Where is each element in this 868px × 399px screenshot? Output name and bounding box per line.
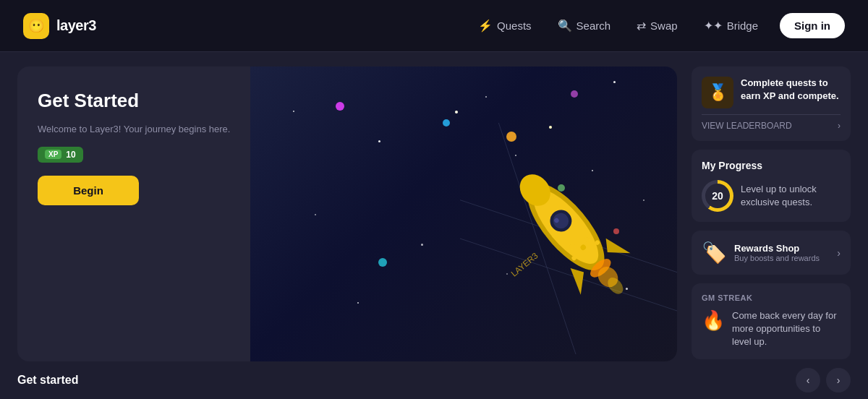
gm-inner: 🔥 Come back every day for more opportuni… (702, 309, 841, 349)
leaderboard-link[interactable]: VIEW LEADERBOARD › (702, 121, 841, 131)
level-value: 20 (705, 184, 730, 208)
rewards-chevron-icon: › (837, 247, 841, 259)
bridge-label: Bridge (727, 20, 758, 32)
logo-text: layer3 (56, 17, 96, 34)
quests-card-icon: 🏅 (702, 77, 733, 108)
nav-arrows: ‹ › (796, 368, 851, 392)
sign-in-button[interactable]: Sign in (780, 13, 845, 38)
hero-card: Get Started Welcome to Layer3! Your jour… (17, 66, 677, 361)
progress-card: My Progress 20 Level up to unlock exclus… (692, 150, 851, 222)
search-icon: 🔍 (558, 19, 572, 33)
prev-arrow-button[interactable]: ‹ (796, 368, 820, 392)
quests-card-divider (702, 114, 841, 115)
chevron-right-icon: › (838, 121, 841, 131)
starfield: LAYER3 (250, 66, 677, 361)
gm-icon: 🔥 (702, 309, 725, 332)
xp-label: XP (45, 150, 61, 159)
rewards-icon: 🏷️ (702, 241, 727, 265)
progress-title: My Progress (702, 160, 841, 171)
main-content: Get Started Welcome to Layer3! Your jour… (0, 52, 868, 361)
quests-icon: ⚡ (478, 19, 493, 33)
next-arrow-button[interactable]: › (826, 368, 851, 392)
rewards-left: 🏷️ Rewards Shop Buy boosts and rewards (702, 241, 820, 265)
xp-badge: XP 10 (38, 147, 83, 163)
rocket-svg: LAYER3 (460, 123, 677, 354)
nav-item-quests[interactable]: ⚡ Quests (468, 13, 542, 38)
gm-label: GM Streak (702, 293, 841, 302)
bottom-bar: Get started ‹ › (0, 361, 868, 399)
begin-button[interactable]: Begin (38, 176, 139, 205)
right-sidebar: 🏅 Complete quests to earn XP and compete… (692, 66, 851, 361)
quests-card-text: Complete quests to earn XP and compete. (741, 77, 841, 103)
bottom-label: Get started (17, 374, 78, 387)
header: 😶 layer3 ⚡ Quests 🔍 Search ⇄ Swap ✦✦ Bri… (0, 0, 868, 52)
rewards-text: Rewards Shop Buy boosts and rewards (734, 243, 820, 262)
svg-text:LAYER3: LAYER3 (509, 251, 540, 278)
rewards-card[interactable]: 🏷️ Rewards Shop Buy boosts and rewards › (692, 231, 851, 275)
swap-icon: ⇄ (637, 19, 646, 33)
nav-item-search[interactable]: 🔍 Search (548, 13, 621, 38)
hero-description: Welcome to Layer3! Your journey begins h… (38, 122, 230, 137)
bridge-icon: ✦✦ (704, 19, 723, 33)
search-label: Search (576, 20, 611, 32)
logo-icon: 😶 (23, 13, 49, 39)
hero-text-side: Get Started Welcome to Layer3! Your jour… (17, 66, 250, 361)
nav-area: ⚡ Quests 🔍 Search ⇄ Swap ✦✦ Bridge Sign … (468, 13, 845, 38)
hero-image: LAYER3 (250, 66, 677, 361)
level-circle: 20 (702, 180, 733, 212)
nav-item-bridge[interactable]: ✦✦ Bridge (694, 13, 768, 38)
swap-label: Swap (650, 20, 678, 32)
logo-area[interactable]: 😶 layer3 (23, 13, 96, 39)
nav-item-swap[interactable]: ⇄ Swap (626, 13, 688, 38)
quests-card[interactable]: 🏅 Complete quests to earn XP and compete… (692, 66, 851, 141)
hero-title: Get Started (38, 90, 230, 112)
quests-label: Quests (497, 20, 532, 32)
gm-card: GM Streak 🔥 Come back every day for more… (692, 283, 851, 359)
progress-description: Level up to unlock exclusive quests. (741, 183, 841, 209)
progress-inner: 20 Level up to unlock exclusive quests. (702, 180, 841, 212)
gm-description: Come back every day for more opportuniti… (732, 309, 841, 349)
xp-value: 10 (66, 150, 75, 160)
